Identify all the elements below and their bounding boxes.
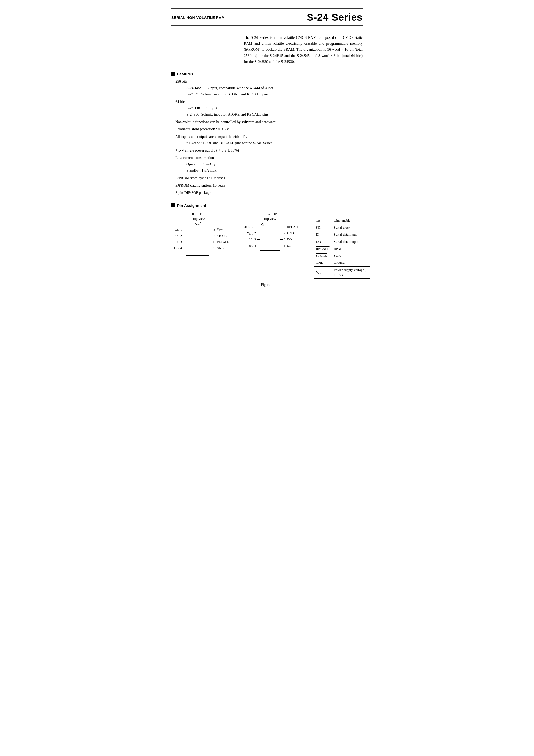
dip-pin-left-2: SK 2: [172, 233, 186, 239]
intro-paragraph: The S-24 Series is a non-volatile CMOS R…: [244, 35, 362, 65]
sop-pin-left-2: VCC 2: [239, 230, 259, 236]
dip-pin-right-8: 8 VCC: [209, 227, 226, 233]
feature-item-2: 64 bits S-24H30: TTL input S-24S30: Schm…: [174, 98, 362, 118]
sop-notch: [261, 223, 264, 226]
feature-list: 256 bits S-24H45: TTL input, compatible …: [174, 78, 362, 196]
figure-caption: Figure 1: [172, 283, 362, 287]
pin-icon: [172, 203, 175, 207]
table-row: GNDGround: [314, 259, 370, 266]
dip-notch: [195, 222, 200, 225]
pin-table: CEChip enableSKSerial clockDISerial data…: [313, 217, 370, 279]
sop-right-pins: 8 RECALL 7 GND 6 DO 5: [280, 224, 301, 249]
dip-pin-left-4: DO 4: [172, 245, 186, 251]
dip-pin-right-7: 7 STORE: [209, 233, 226, 239]
sop-pin-left-4: SK 4: [239, 243, 259, 249]
features-section: Features 256 bits S-24H45: TTL input, co…: [172, 72, 362, 196]
table-row: RECALLRecall: [314, 245, 370, 252]
table-row: DOSerial data output: [314, 238, 370, 245]
pin-assignment-section: Pin Assignment 8-pin DIP Top view CE 1 S…: [172, 203, 362, 287]
dip-title: 8-pin DIP Top view: [192, 212, 205, 221]
dip-right-pins: 8 VCC 7 STORE 6 RECALL: [209, 227, 226, 251]
table-row: VCCPower supply voltage ( + 5 V): [314, 266, 370, 279]
sop-left-pins: STORE 1 VCC 2 CE 3 SK: [239, 224, 259, 249]
dip-pin-left-3: DI 3: [172, 239, 186, 245]
dip-chip-body: [186, 222, 209, 256]
table-row: DISerial data input: [314, 231, 370, 238]
sop-pin-right-7: 7 GND: [280, 230, 301, 236]
dip-diagram: 8-pin DIP Top view CE 1 SK 2: [172, 212, 226, 256]
header-left-label: SERIAL NON-VOLATILE RAM: [172, 15, 225, 20]
pin-table-container: CEChip enableSKSerial clockDISerial data…: [313, 217, 370, 279]
feature-item-9: E²PROM data retention: 10 years: [174, 182, 362, 189]
feature-item-10: 8-pin DIP/SOP package: [174, 190, 362, 196]
top-rule: [172, 8, 362, 9]
sop-pin-left-1: STORE 1: [239, 224, 259, 230]
feature-item-8: E²PROM store cycles : 105 times: [174, 175, 362, 181]
feature-item-6: + 5-V single power supply ( + 5 V ± 10%): [174, 147, 362, 153]
header-right-label: S-24 Series: [307, 12, 362, 23]
features-icon: [172, 72, 175, 76]
pin-diagrams: 8-pin DIP Top view CE 1 SK 2: [172, 212, 362, 279]
sop-chip-body: [259, 222, 280, 251]
header-row: SERIAL NON-VOLATILE RAM S-24 Series: [172, 10, 362, 24]
thin-rule: [172, 27, 362, 27]
sop-pin-right-8: 8 RECALL: [280, 224, 301, 230]
table-row: SKSerial clock: [314, 224, 370, 231]
page-number: 1: [172, 297, 362, 302]
table-row: CEChip enable: [314, 217, 370, 224]
features-title: Features: [172, 72, 362, 76]
feature-item-5: All inputs and outputs are compatible wi…: [174, 133, 362, 146]
pin-assignment-title: Pin Assignment: [172, 203, 362, 208]
feature-item-7: Low current consumption Operating: 5 mA …: [174, 155, 362, 174]
table-row: STOREStore: [314, 252, 370, 259]
dip-pin-left-1: CE 1: [172, 227, 186, 233]
bottom-rule: [172, 25, 362, 26]
dip-pin-right-6: 6 RECALL: [209, 239, 226, 245]
dip-pin-right-5: 5 GND: [209, 245, 226, 251]
sop-diagram: 8-pin SOP Top view STORE 1 VCC 2: [239, 212, 301, 251]
sop-pin-left-3: CE 3: [239, 236, 259, 243]
dip-left-pins: CE 1 SK 2 DI 3 DO: [172, 227, 186, 251]
feature-item-3: Non-volatile functions can be controlled…: [174, 119, 362, 125]
feature-item-1: 256 bits S-24H45: TTL input, compatible …: [174, 78, 362, 97]
sop-pin-right-5: 5 DI: [280, 243, 301, 249]
feature-item-4: Erroneous store protection : ≈ 3.5 V: [174, 126, 362, 132]
sop-pin-right-6: 6 DO: [280, 236, 301, 243]
sop-title: 8-pin SOP Top view: [263, 212, 277, 221]
